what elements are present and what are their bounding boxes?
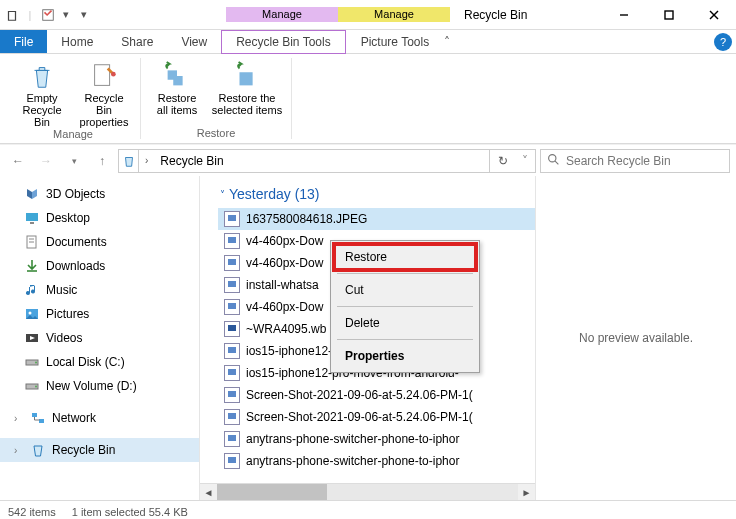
button-label: Restore the selected items <box>212 92 282 116</box>
up-button[interactable]: ↑ <box>90 149 114 173</box>
music-icon <box>24 282 40 298</box>
context-tab-header: Manage <box>338 7 450 22</box>
properties-icon <box>88 60 120 92</box>
back-button[interactable]: ← <box>6 149 30 173</box>
file-icon <box>224 211 240 227</box>
refresh-button[interactable]: ↻ <box>489 150 515 172</box>
restore-all-icon <box>161 60 193 92</box>
svg-rect-8 <box>173 76 182 85</box>
status-bar: 542 items 1 item selected 55.4 KB <box>0 500 736 519</box>
qat-sep: | <box>22 6 38 24</box>
svg-rect-9 <box>240 72 253 85</box>
file-group-header[interactable]: ˅Yesterday (13) <box>218 182 535 208</box>
context-menu-delete[interactable]: Delete <box>333 309 477 337</box>
minimize-button[interactable] <box>601 0 646 30</box>
svg-line-11 <box>555 161 558 164</box>
navigation-pane[interactable]: 3D Objects Desktop Documents Downloads M… <box>0 176 200 500</box>
recent-locations-button[interactable]: ▾ <box>62 149 86 173</box>
file-item[interactable]: Screen-Shot-2021-09-06-at-5.24.06-PM-1( <box>218 384 535 406</box>
context-menu-cut[interactable]: Cut <box>333 276 477 304</box>
svg-rect-2 <box>665 11 673 19</box>
trash-icon <box>26 60 58 92</box>
svg-point-10 <box>549 154 556 161</box>
sidebar-item-recycle-bin[interactable]: ›Recycle Bin <box>0 438 199 462</box>
file-icon <box>224 409 240 425</box>
file-icon <box>224 365 240 381</box>
restore-all-button[interactable]: Restore all items <box>149 58 205 127</box>
file-icon <box>224 233 240 249</box>
restore-selected-button[interactable]: Restore the selected items <box>211 58 283 127</box>
button-label: Empty Recycle Bin <box>14 92 70 128</box>
menu-separator <box>337 273 473 274</box>
scroll-thumb[interactable] <box>217 484 327 500</box>
context-menu-restore[interactable]: Restore <box>333 243 477 271</box>
downloads-icon <box>24 258 40 274</box>
search-placeholder: Search Recycle Bin <box>566 154 671 168</box>
recycle-bin-properties-button[interactable]: Recycle Bin properties <box>76 58 132 128</box>
sidebar-item-network[interactable]: ›Network <box>0 406 199 430</box>
desktop-icon <box>24 210 40 226</box>
ribbon-collapse-icon[interactable]: ˄ <box>444 30 464 53</box>
svg-point-6 <box>111 72 116 77</box>
file-item[interactable]: anytrans-phone-switcher-phone-to-iphor <box>218 428 535 450</box>
tab-share[interactable]: Share <box>107 30 167 53</box>
location-icon <box>119 150 139 172</box>
sidebar-item-desktop[interactable]: Desktop <box>0 206 199 230</box>
file-icon <box>224 299 240 315</box>
svg-rect-26 <box>39 419 44 423</box>
file-item[interactable]: 1637580084618.JPEG <box>218 208 535 230</box>
sidebar-item-local-disk-c[interactable]: Local Disk (C:) <box>0 350 199 374</box>
sidebar-item-documents[interactable]: Documents <box>0 230 199 254</box>
sidebar-item-pictures[interactable]: Pictures <box>0 302 199 326</box>
breadcrumb[interactable]: Recycle Bin <box>160 154 223 168</box>
svg-rect-5 <box>95 65 110 86</box>
scroll-right-icon[interactable]: ► <box>518 487 535 498</box>
preview-text: No preview available. <box>579 331 693 345</box>
horizontal-scrollbar[interactable]: ◄ ► <box>200 483 535 500</box>
network-icon <box>30 410 46 426</box>
maximize-button[interactable] <box>646 0 691 30</box>
recycle-bin-icon <box>30 442 46 458</box>
context-tab-header: Manage <box>226 7 338 22</box>
tab-recycle-bin-tools[interactable]: Recycle Bin Tools <box>221 30 346 54</box>
help-icon[interactable]: ? <box>714 33 732 51</box>
close-button[interactable] <box>691 0 736 30</box>
svg-point-19 <box>29 312 32 315</box>
svg-rect-12 <box>26 213 38 221</box>
tab-home[interactable]: Home <box>47 30 107 53</box>
sidebar-item-videos[interactable]: Videos <box>0 326 199 350</box>
search-icon <box>547 153 560 169</box>
qat-customize-icon[interactable]: ▾ <box>76 6 92 24</box>
sidebar-item-music[interactable]: Music <box>0 278 199 302</box>
qat-dropdown-icon[interactable]: ▾ <box>58 6 74 24</box>
menu-separator <box>337 339 473 340</box>
tab-file[interactable]: File <box>0 30 47 53</box>
file-icon <box>224 343 240 359</box>
svg-point-22 <box>35 362 37 364</box>
disk-icon <box>24 354 40 370</box>
search-input[interactable]: Search Recycle Bin <box>540 149 730 173</box>
tab-view[interactable]: View <box>167 30 221 53</box>
app-icon <box>4 6 20 24</box>
word-file-icon <box>224 321 240 337</box>
address-bar[interactable]: › Recycle Bin ↻ ˅ <box>118 149 536 173</box>
file-item[interactable]: anytrans-phone-switcher-phone-to-iphor <box>218 450 535 472</box>
pictures-icon <box>24 306 40 322</box>
context-menu-properties[interactable]: Properties <box>333 342 477 370</box>
empty-recycle-bin-button[interactable]: Empty Recycle Bin <box>14 58 70 128</box>
scroll-left-icon[interactable]: ◄ <box>200 487 217 498</box>
menu-separator <box>337 306 473 307</box>
preview-pane: No preview available. <box>536 176 736 500</box>
tab-picture-tools[interactable]: Picture Tools <box>346 30 444 53</box>
svg-point-24 <box>35 386 37 388</box>
sidebar-item-new-volume-d[interactable]: New Volume (D:) <box>0 374 199 398</box>
window-title: Recycle Bin <box>464 8 527 22</box>
context-menu: Restore Cut Delete Properties <box>330 240 480 373</box>
sidebar-item-3d-objects[interactable]: 3D Objects <box>0 182 199 206</box>
qat-properties-icon[interactable] <box>40 6 56 24</box>
sidebar-item-downloads[interactable]: Downloads <box>0 254 199 278</box>
file-icon <box>224 453 240 469</box>
file-item[interactable]: Screen-Shot-2021-09-06-at-5.24.06-PM-1( <box>218 406 535 428</box>
file-icon <box>224 431 240 447</box>
forward-button[interactable]: → <box>34 149 58 173</box>
